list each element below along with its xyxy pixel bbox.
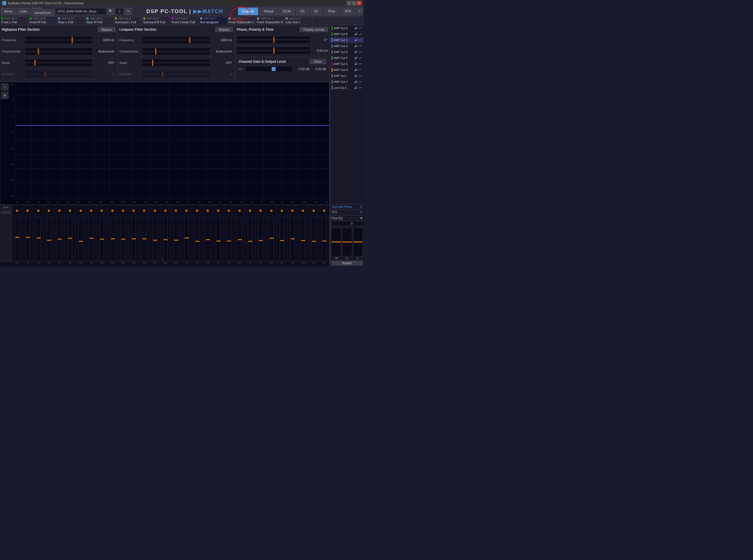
eq-band-22[interactable]	[245, 205, 255, 262]
eq-band-17[interactable]	[192, 205, 202, 262]
right-ch-a-icon-10[interactable]: A	[358, 86, 360, 89]
phase-angle-slider[interactable]	[237, 36, 311, 44]
rta-nav-button[interactable]: RTA	[341, 7, 355, 15]
maximize-button[interactable]: □	[352, 1, 356, 5]
right-ch-p-icon-2[interactable]: P	[360, 39, 362, 41]
close-button[interactable]: ✕	[357, 1, 362, 5]
eq-band-13[interactable]	[150, 205, 160, 262]
eq-band-8[interactable]	[97, 205, 107, 262]
eq-band-slider-16[interactable]	[184, 217, 189, 261]
right-ch-a-icon-4[interactable]: A	[358, 51, 360, 53]
channel-tab-0[interactable]: AMP Out A Front L Full	[0, 17, 28, 25]
minimize-button[interactable]: –	[347, 1, 351, 5]
channel-tab-7[interactable]: AMP Out H Not assigned	[199, 17, 227, 25]
right-channel-item-1[interactable]: AMP Out B 🔊 A P	[330, 31, 364, 37]
eq-band-slider-8[interactable]	[99, 217, 104, 261]
fine-eq-slider-3[interactable]	[353, 228, 363, 256]
right-channel-item-6[interactable]: AMP Out G 🔊 A P	[330, 61, 364, 67]
eq-band-0[interactable]	[12, 205, 22, 262]
right-ch-p-icon-8[interactable]: P	[360, 74, 362, 77]
eq-band-slider-5[interactable]	[67, 217, 72, 261]
right-ch-a-icon-0[interactable]: A	[358, 27, 360, 29]
mute-button[interactable]: Mute	[310, 59, 326, 64]
outputs-nav-button[interactable]: Outputs	[238, 7, 258, 15]
right-ch-mute-icon-4[interactable]: 🔊	[354, 51, 358, 53]
right-ch-p-icon-9[interactable]: P	[360, 80, 362, 83]
eq-band-slider-1[interactable]	[25, 217, 30, 261]
eq-band-23[interactable]	[255, 205, 266, 262]
eq-band-20[interactable]	[224, 205, 234, 262]
load-button[interactable]: Load	[17, 8, 30, 15]
preset-name-input[interactable]	[55, 8, 106, 15]
eq-band-slider-18[interactable]	[206, 217, 210, 261]
eq-band-5[interactable]	[65, 205, 75, 262]
fine-eq-db-input[interactable]	[331, 221, 364, 226]
eq-band-slider-26[interactable]	[290, 217, 295, 261]
channel-tab-4[interactable]: AMP Out E Surround L Full	[114, 17, 142, 25]
channel-number-input[interactable]	[115, 8, 124, 15]
eq-band-slider-0[interactable]	[15, 217, 19, 261]
right-ch-mute-icon-3[interactable]: 🔊	[354, 45, 358, 47]
eq-band-slider-11[interactable]	[131, 217, 136, 261]
right-ch-a-icon-7[interactable]: A	[358, 68, 360, 71]
eq-band-slider-6[interactable]	[78, 217, 83, 261]
reset-button[interactable]: Reset	[1, 8, 16, 15]
right-channel-item-0[interactable]: AMP Out A 🔊 A P	[330, 25, 364, 31]
dcm-nav-button[interactable]: DCM	[279, 7, 295, 15]
lp-frequency-slider[interactable]	[142, 36, 211, 44]
lowpass-bypass-button[interactable]: Bypass	[215, 27, 233, 32]
right-ch-mute-icon-1[interactable]: 🔊	[354, 33, 358, 36]
eq-band-slider-19[interactable]	[216, 217, 220, 261]
right-ch-p-icon-7[interactable]: P	[360, 68, 362, 71]
right-channel-item-7[interactable]: AMP Out H 🔊 A P	[330, 67, 364, 73]
eq-band-slider-27[interactable]	[301, 217, 305, 261]
eq-band-slider-24[interactable]	[269, 217, 274, 261]
eq-band-6[interactable]	[76, 205, 86, 262]
edit-button[interactable]: ✎	[125, 8, 132, 15]
eq-band-18[interactable]	[202, 205, 213, 262]
eq-band-21[interactable]	[234, 205, 245, 262]
right-channel-item-3[interactable]: AMP Out D 🔊 A P	[330, 43, 364, 49]
channel-tab-10[interactable]: Line Out K Line Out 1	[285, 17, 313, 25]
right-ch-mute-icon-10[interactable]: 🔊	[354, 86, 358, 89]
right-ch-p-icon-1[interactable]: P	[360, 33, 362, 36]
hp-frequency-slider[interactable]	[24, 36, 93, 44]
eq-band-slider-10[interactable]	[121, 217, 125, 261]
eq-band-10[interactable]	[118, 205, 129, 262]
right-ch-a-icon-8[interactable]: A	[358, 74, 360, 77]
eq-band-9[interactable]	[107, 205, 118, 262]
right-ch-mute-icon-7[interactable]: 🔊	[354, 68, 358, 71]
eq-band-slider-22[interactable]	[248, 217, 252, 261]
right-ch-a-icon-2[interactable]: A	[358, 39, 360, 41]
right-ch-mute-icon-2[interactable]: 🔊	[354, 39, 358, 41]
eq-band-1[interactable]	[22, 205, 33, 262]
right-ch-mute-icon-6[interactable]: 🔊	[354, 62, 358, 65]
right-ch-a-icon-9[interactable]: A	[358, 80, 360, 83]
io-nav-button[interactable]: IO	[310, 7, 323, 15]
right-ch-p-icon-5[interactable]: P	[360, 57, 362, 59]
search-button[interactable]: 🔍	[108, 8, 114, 15]
right-channel-item-10[interactable]: Line Out K 🔊 A P	[330, 85, 364, 91]
channel-tab-6[interactable]: AMP Out G Front Center Full	[171, 17, 199, 25]
eq-band-15[interactable]	[171, 205, 181, 262]
right-ch-mute-icon-0[interactable]: 🔊	[354, 27, 358, 29]
eq-band-25[interactable]	[277, 205, 287, 262]
eq-band-slider-20[interactable]	[227, 217, 231, 261]
eq-band-24[interactable]	[266, 205, 276, 262]
eq-band-slider-29[interactable]	[322, 217, 327, 261]
channel-tab-2[interactable]: AMP Out C Rear L Full	[57, 17, 85, 25]
right-ch-a-icon-3[interactable]: A	[358, 45, 360, 47]
right-ch-p-icon-0[interactable]: P	[360, 27, 362, 29]
fine-eq-dropdown-icon[interactable]: ▼	[360, 216, 363, 220]
channel-tab-5[interactable]: AMP Out F Surround R Full	[142, 17, 171, 25]
right-ch-a-icon-6[interactable]: A	[358, 62, 360, 65]
phase-delay-slider[interactable]	[237, 46, 311, 55]
eq-band-slider-3[interactable]	[46, 217, 51, 261]
right-ch-a-icon-5[interactable]: A	[358, 57, 360, 59]
fine-eq-slider-2[interactable]	[342, 228, 352, 256]
right-ch-p-icon-6[interactable]: P	[360, 62, 362, 65]
eq-band-27[interactable]	[298, 205, 308, 262]
channel-tab-1[interactable]: AMP Out B Front R Full	[28, 17, 57, 25]
right-channel-item-4[interactable]: AMP Out E 🔊 A P	[330, 49, 364, 55]
eq-band-slider-2[interactable]	[36, 217, 41, 261]
